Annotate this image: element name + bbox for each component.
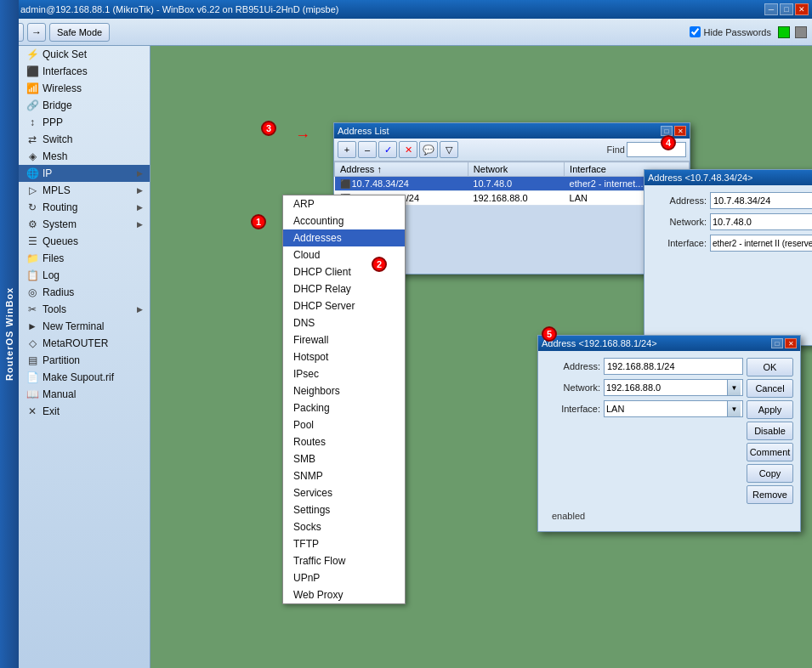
sidebar-item-wireless[interactable]: 📶 Wireless	[19, 80, 150, 97]
sidebar-item-make-supout[interactable]: 📄 Make Supout.rif	[19, 369, 150, 386]
addr2-comment-button[interactable]: Comment	[747, 443, 793, 461]
terminal-icon: ►	[26, 320, 39, 332]
addr2-buttons: OK Cancel Apply Disable Comment Copy Rem…	[747, 358, 793, 504]
ppp-icon: ↕	[26, 116, 39, 128]
submenu-pool[interactable]: Pool	[283, 416, 405, 433]
submenu-tftp[interactable]: TFTP	[283, 535, 405, 552]
addr2-remove-button[interactable]: Remove	[747, 485, 793, 504]
submenu-dns[interactable]: DNS	[283, 314, 405, 331]
sidebar-item-files[interactable]: 📁 Files	[19, 250, 150, 267]
submenu-dhcp-client[interactable]: DHCP Client	[283, 263, 405, 280]
submenu-settings[interactable]: Settings	[283, 501, 405, 518]
sidebar-item-metarouter[interactable]: ◇ MetaROUTER	[19, 335, 150, 352]
sidebar-item-exit[interactable]: ✕ Exit	[19, 403, 150, 420]
forward-button[interactable]: →	[27, 23, 46, 42]
address-list-minimize[interactable]: □	[661, 126, 673, 136]
filter-address-button[interactable]: ▽	[440, 141, 458, 158]
sidebar-item-mesh[interactable]: ◈ Mesh	[19, 148, 150, 165]
col-address[interactable]: Address ↑	[335, 162, 468, 177]
address-detail1-window: Address <10.7.48.34/24> □ ✕ Address:	[644, 169, 812, 346]
hide-passwords-checkbox[interactable]	[690, 26, 701, 37]
sidebar-item-new-terminal[interactable]: ► New Terminal	[19, 318, 150, 335]
submenu-services[interactable]: Services	[283, 484, 405, 501]
submenu-cloud[interactable]: Cloud	[283, 246, 405, 263]
addr2-cancel-button[interactable]: Cancel	[747, 379, 793, 398]
addr2-interface-arrow[interactable]: ▼	[727, 401, 741, 416]
sidebar-item-ip[interactable]: 🌐 IP ▶	[19, 165, 150, 182]
title-bar-controls: ─ □ ✕	[764, 3, 809, 15]
col-network[interactable]: Network	[468, 162, 564, 177]
disable-address-button[interactable]: ✕	[399, 141, 417, 158]
sidebar-item-label: Routing	[43, 201, 77, 213]
sidebar-item-interfaces[interactable]: ⬛ Interfaces	[19, 63, 150, 80]
submenu-socks[interactable]: Socks	[283, 518, 405, 535]
submenu-accounting[interactable]: Accounting	[283, 212, 405, 229]
addr2-apply-button[interactable]: Apply	[747, 400, 793, 419]
addr2-disable-button[interactable]: Disable	[747, 422, 793, 440]
address-list-close[interactable]: ✕	[674, 126, 686, 136]
enable-address-button[interactable]: ✓	[378, 141, 397, 158]
maximize-button[interactable]: □	[780, 3, 793, 15]
submenu-dhcp-relay[interactable]: DHCP Relay	[283, 280, 405, 297]
addr2-minimize[interactable]: □	[771, 338, 783, 348]
metarouter-icon: ◇	[26, 337, 39, 349]
submenu-ipsec[interactable]: IPsec	[283, 365, 405, 382]
addr2-copy-button[interactable]: Copy	[747, 464, 793, 483]
addr2-close[interactable]: ✕	[785, 338, 797, 348]
sidebar-item-switch[interactable]: ⇄ Switch	[19, 131, 150, 148]
submenu-firewall[interactable]: Firewall	[283, 331, 405, 348]
submenu-addresses[interactable]: Addresses	[283, 229, 405, 246]
close-button[interactable]: ✕	[795, 3, 809, 15]
sidebar-item-label: Tools	[43, 303, 66, 315]
sidebar-item-tools[interactable]: ✂ Tools ▶	[19, 301, 150, 318]
submenu-arp[interactable]: ARP	[283, 195, 405, 212]
addr2-network-arrow[interactable]: ▼	[727, 380, 741, 395]
addr2-address-input[interactable]	[604, 358, 743, 375]
sidebar-item-partition[interactable]: ▤ Partition	[19, 352, 150, 369]
submenu-upnp[interactable]: UPnP	[283, 569, 405, 586]
addr1-address-input[interactable]	[710, 192, 812, 209]
addr1-network-dropdown[interactable]: 10.7.48.0 ▼	[710, 213, 812, 230]
sidebar-item-label: Make Supout.rif	[43, 371, 114, 383]
submenu-traffic-flow[interactable]: Traffic Flow	[283, 552, 405, 569]
content-area: RouterOS WinBox ⚡ Quick Set ⬛ Interfaces…	[0, 46, 812, 668]
sidebar-item-label: Exit	[43, 405, 60, 417]
sidebar-item-manual[interactable]: 📖 Manual	[19, 386, 150, 403]
add-address-button[interactable]: +	[338, 141, 356, 158]
find-input[interactable]	[627, 142, 686, 157]
submenu-hotspot[interactable]: Hotspot	[283, 348, 405, 365]
mpls-icon: ▷	[26, 184, 39, 196]
comment-address-button[interactable]: 💬	[419, 141, 438, 158]
sidebar-item-queues[interactable]: ☰ Queues	[19, 233, 150, 250]
addr2-network-dropdown[interactable]: 192.168.88.0 ▼	[604, 379, 743, 396]
addr1-interface-dropdown[interactable]: ether2 - internet II (reserve) ▼	[710, 235, 812, 252]
row-address: ⬛10.7.48.34/24	[335, 177, 468, 191]
submenu-packing[interactable]: Packing	[283, 399, 405, 416]
addr2-ok-button[interactable]: OK	[747, 358, 793, 376]
submenu-neighbors[interactable]: Neighbors	[283, 382, 405, 399]
submenu-smb[interactable]: SMB	[283, 450, 405, 467]
table-row[interactable]: ⬛10.7.48.34/24 10.7.48.0 ether2 - intern…	[335, 177, 690, 191]
addr2-interface-dropdown[interactable]: LAN ▼	[604, 400, 743, 417]
routing-icon: ↻	[26, 201, 39, 213]
submenu-dhcp-server[interactable]: DHCP Server	[283, 297, 405, 314]
sidebar-item-mpls[interactable]: ▷ MPLS ▶	[19, 182, 150, 199]
addr1-address-row: Address:	[651, 192, 812, 209]
submenu-routes[interactable]: Routes	[283, 433, 405, 450]
sidebar-item-ppp[interactable]: ↕ PPP	[19, 114, 150, 131]
sidebar-item-routing[interactable]: ↻ Routing ▶	[19, 199, 150, 216]
sidebar-item-system[interactable]: ⚙ System ▶	[19, 216, 150, 233]
sidebar-item-label: Partition	[43, 354, 80, 366]
sidebar-item-log[interactable]: 📋 Log	[19, 267, 150, 284]
address-detail1-content: Address: Network: 10.7.48.0 ▼	[644, 185, 812, 345]
remove-address-button[interactable]: –	[358, 141, 377, 158]
submenu-snmp[interactable]: SNMP	[283, 467, 405, 484]
sidebar-item-radius[interactable]: ◎ Radius	[19, 284, 150, 301]
row-network: 10.7.48.0	[468, 177, 564, 191]
minimize-button[interactable]: ─	[764, 3, 778, 15]
hide-passwords-label[interactable]: Hide Passwords	[690, 26, 771, 37]
safe-mode-button[interactable]: Safe Mode	[49, 23, 110, 42]
sidebar-item-bridge[interactable]: 🔗 Bridge	[19, 97, 150, 114]
sidebar-item-quick-set[interactable]: ⚡ Quick Set	[19, 46, 150, 63]
submenu-web-proxy[interactable]: Web Proxy	[283, 586, 405, 603]
